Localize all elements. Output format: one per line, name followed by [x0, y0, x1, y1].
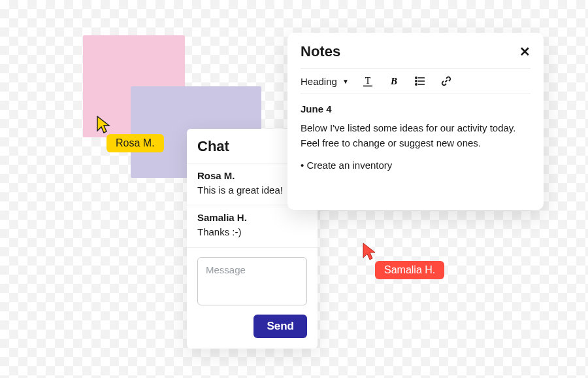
list-icon[interactable] — [413, 74, 427, 88]
svg-text:B: B — [390, 76, 397, 86]
text-style-select[interactable]: Heading ▼ — [301, 76, 349, 87]
chat-message-author: Samalia H. — [197, 212, 307, 223]
notes-toolbar: Heading ▼ T B — [301, 68, 531, 94]
notes-date: June 4 — [301, 103, 531, 114]
chat-message: Samalia H. Thanks :-) — [187, 205, 318, 247]
notes-panel: Notes ✕ Heading ▼ T B June 4 — [287, 33, 544, 210]
chat-input[interactable] — [197, 257, 307, 305]
send-button[interactable]: Send — [253, 315, 307, 338]
chat-title: Chat — [197, 138, 229, 155]
notes-body[interactable]: Below I've listed some ideas for our act… — [301, 121, 531, 150]
notes-bullet-text: Create an inventory — [306, 160, 392, 171]
chat-message-text: Thanks :-) — [197, 226, 307, 239]
underline-icon[interactable]: T — [361, 74, 375, 88]
svg-point-3 — [416, 77, 417, 78]
bold-icon[interactable]: B — [387, 74, 401, 88]
cursor-tag-rosa: Rosa M. — [106, 134, 164, 152]
link-icon[interactable] — [439, 74, 453, 88]
notes-title: Notes — [301, 43, 340, 60]
chevron-down-icon: ▼ — [342, 78, 349, 85]
svg-text:T: T — [365, 76, 371, 86]
cursor-samalia — [363, 243, 377, 264]
svg-point-5 — [416, 80, 417, 82]
notes-bullet[interactable]: • Create an inventory — [301, 160, 531, 171]
close-icon[interactable]: ✕ — [519, 45, 531, 58]
cursor-tag-samalia: Samalia H. — [375, 261, 444, 279]
text-style-select-label: Heading — [301, 76, 337, 87]
svg-point-7 — [416, 84, 417, 85]
